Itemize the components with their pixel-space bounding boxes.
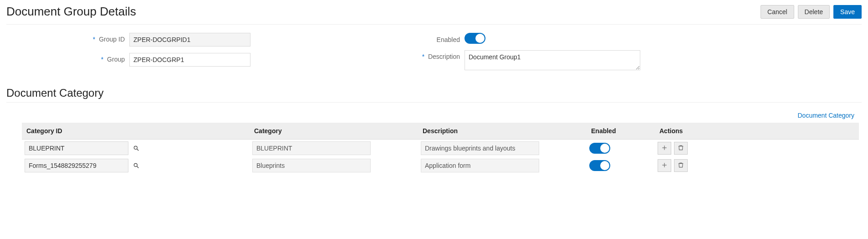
- required-indicator: *: [101, 56, 105, 63]
- delete-row-button[interactable]: [674, 142, 688, 155]
- category-id-input[interactable]: [25, 141, 128, 155]
- col-description: Description: [418, 123, 587, 139]
- search-icon[interactable]: [130, 159, 142, 172]
- category-grid: Category ID Category Description Enabled…: [22, 123, 859, 174]
- cancel-button[interactable]: Cancel: [761, 5, 794, 19]
- add-row-button[interactable]: [658, 142, 671, 155]
- description-textarea[interactable]: [465, 50, 640, 70]
- document-category-link[interactable]: Document Category: [797, 112, 854, 119]
- form-col-left: * Group ID * Group: [34, 33, 250, 70]
- header-actions: Cancel Delete Save: [761, 5, 862, 19]
- description-value: Drawings blueprints and layouts: [421, 141, 539, 155]
- plus-icon: [661, 145, 668, 152]
- category-value: BLUEPRINT: [252, 141, 371, 155]
- form-col-right: Enabled * Description: [369, 33, 640, 70]
- page-title: Document Group Details: [6, 5, 136, 19]
- col-category: Category: [250, 123, 418, 139]
- group-label-text: Group: [107, 56, 125, 63]
- row-enabled-toggle[interactable]: [589, 160, 610, 171]
- description-value: Application form: [421, 159, 539, 172]
- trash-icon: [678, 145, 684, 152]
- search-icon[interactable]: [130, 142, 142, 155]
- col-actions: Actions: [655, 123, 719, 139]
- col-category-id: Category ID: [22, 123, 250, 139]
- enabled-label-text: Enabled: [437, 36, 460, 43]
- trash-icon: [678, 162, 684, 170]
- category-id-input[interactable]: [25, 159, 128, 172]
- svg-point-4: [134, 163, 137, 166]
- svg-line-1: [137, 149, 139, 151]
- form-area: * Group ID * Group Enabled * Description: [6, 33, 862, 70]
- category-section-title: Document Category: [6, 87, 862, 99]
- category-link-row: Document Category: [6, 112, 862, 119]
- group-label: * Group: [34, 53, 129, 63]
- category-value: Blueprints: [252, 159, 371, 172]
- save-button[interactable]: Save: [833, 5, 862, 19]
- group-id-label: * Group ID: [34, 33, 129, 43]
- add-row-button[interactable]: [658, 159, 671, 172]
- category-divider: [6, 102, 862, 103]
- svg-point-0: [134, 146, 137, 149]
- group-id-input[interactable]: [129, 33, 250, 47]
- description-label-text: Description: [428, 53, 460, 60]
- table-row: Blueprints Application form: [22, 157, 859, 174]
- group-id-label-text: Group ID: [99, 36, 125, 43]
- header-divider: [6, 24, 862, 25]
- grid-header: Category ID Category Description Enabled…: [22, 123, 859, 140]
- required-indicator: *: [93, 36, 97, 43]
- enabled-label: Enabled: [369, 33, 465, 43]
- group-input[interactable]: [129, 53, 250, 67]
- row-enabled-toggle[interactable]: [589, 143, 610, 154]
- col-enabled: Enabled: [587, 123, 655, 139]
- table-row: BLUEPRINT Drawings blueprints and layout…: [22, 140, 859, 157]
- delete-button[interactable]: Delete: [798, 5, 830, 19]
- enabled-toggle[interactable]: [465, 33, 485, 44]
- description-label: * Description: [369, 50, 465, 60]
- svg-line-5: [137, 166, 139, 168]
- plus-icon: [661, 162, 668, 170]
- delete-row-button[interactable]: [674, 159, 688, 172]
- required-indicator: *: [422, 53, 426, 60]
